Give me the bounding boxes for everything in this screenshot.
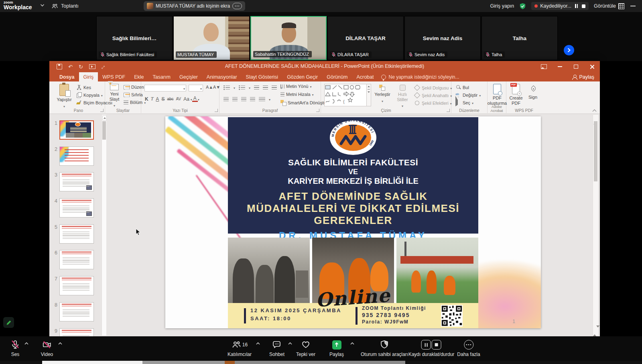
share-chevron-icon[interactable] — [350, 342, 355, 345]
font-color-button[interactable]: A — [192, 96, 198, 102]
dialog-launcher-icon[interactable] — [215, 109, 218, 112]
participant-tile[interactable]: Sevim naz Adis Sevim naz Adis — [404, 16, 481, 60]
decrease-indent-icon[interactable] — [254, 85, 259, 90]
select-button[interactable]: Seç — [455, 100, 473, 105]
slide-thumbnail-8[interactable] — [59, 302, 94, 321]
shapes-gallery[interactable]: { — [324, 84, 367, 106]
participant-tile-active-speaker[interactable]: Sabahattin TEKİNGÜNDÜZ — [250, 16, 327, 60]
participant-tile[interactable]: DİLARA TAŞAR DİLARA TAŞAR — [327, 16, 404, 60]
next-participants-button[interactable] — [564, 45, 574, 55]
slide-thumbnail-6[interactable] — [59, 250, 94, 269]
stop-recording-button[interactable] — [582, 4, 585, 8]
slide-thumbnail-1[interactable] — [59, 120, 94, 140]
pause-recording-button[interactable] — [575, 4, 578, 8]
align-left-icon[interactable] — [223, 97, 229, 102]
tab-gozden-gecir[interactable]: Gözden Geçir — [282, 72, 322, 81]
annotation-tool-button[interactable] — [3, 317, 14, 328]
minimize-window-button[interactable] — [630, 6, 636, 6]
slide-thumbnail-5[interactable] — [59, 224, 94, 244]
shape-effects-button[interactable]: Şekil Efektleri — [414, 100, 452, 106]
sign-button[interactable]: Sign — [526, 84, 540, 100]
text-direction-button[interactable]: Metin Yönü — [280, 84, 311, 89]
pause-recording-icon[interactable] — [421, 340, 431, 350]
video-options-chevron-icon[interactable] — [58, 342, 63, 345]
shape-fill-button[interactable]: Şekil Dolgusu — [414, 85, 452, 91]
tell-me-search[interactable]: Ne yapmak istediğinizi söyleyin... — [381, 72, 459, 81]
tab-animasyonlar[interactable]: Animasyonlar — [202, 72, 242, 81]
find-button[interactable]: Bul — [455, 85, 469, 90]
share-screen-button[interactable]: Paylaş — [329, 340, 344, 357]
italic-button[interactable]: T — [150, 96, 155, 102]
tab-tasarim[interactable]: Tasarım — [148, 72, 175, 81]
justify-icon[interactable] — [250, 97, 255, 102]
shape-outline-button[interactable]: Şekil Anahattı — [414, 92, 452, 98]
shadow-button[interactable]: S — [160, 96, 166, 102]
dialog-launcher-icon[interactable] — [447, 109, 450, 112]
dialog-launcher-icon[interactable] — [100, 109, 104, 112]
chevron-down-icon[interactable] — [40, 4, 45, 7]
font-size-select[interactable] — [189, 85, 203, 92]
video-button[interactable]: Video — [41, 340, 53, 357]
next-slide-icon[interactable] — [596, 325, 599, 334]
line-spacing-icon[interactable] — [272, 85, 277, 90]
display-settings-button[interactable] — [536, 61, 552, 72]
bold-button[interactable]: K — [144, 96, 150, 102]
tab-gorunum[interactable]: Görünüm — [322, 72, 352, 81]
shapes-scrollbar[interactable] — [366, 84, 371, 106]
tab-gecisler[interactable]: Geçişler — [175, 72, 202, 81]
align-center-icon[interactable] — [232, 97, 238, 102]
dialog-launcher-icon[interactable] — [316, 109, 319, 112]
quick-styles-button[interactable]: Hızlı Stiller — [393, 85, 412, 108]
scroll-up-icon[interactable] — [102, 116, 107, 120]
thumbnails-scrollbar[interactable] — [102, 115, 106, 336]
replace-button[interactable]: Değiştir — [455, 92, 481, 98]
scroll-up-icon[interactable] — [593, 116, 598, 120]
record-controls[interactable]: Kaydı duraklat/durdur — [408, 340, 455, 357]
arrange-button[interactable]: Yerleştir — [372, 85, 392, 103]
participants-chevron-icon[interactable] — [256, 342, 260, 345]
tab-acrobat[interactable]: Acrobat — [352, 72, 378, 81]
copy-button[interactable]: Kopyala — [76, 92, 103, 98]
change-case-button[interactable]: Aa — [182, 96, 191, 102]
paste-button[interactable]: Yapıştır — [55, 84, 74, 108]
powerpoint-titlebar[interactable]: AFET DÖNEMLERİNDE SAĞLIK MÜDAHALELERİ - … — [49, 61, 600, 72]
scroll-down-icon[interactable] — [599, 325, 600, 334]
bullet-list-icon[interactable] — [223, 85, 230, 90]
tab-ekle[interactable]: Ekle — [130, 72, 148, 81]
new-slide-button[interactable]: Yeni Slayt — [106, 84, 123, 108]
ppt-share-button[interactable]: Paylaş — [573, 72, 594, 81]
signin-button[interactable]: Giriş yapın — [490, 3, 514, 9]
previous-slide-icon[interactable] — [593, 327, 596, 336]
slide-thumbnail-3[interactable] — [59, 172, 94, 191]
chat-button[interactable]: Sohbet — [269, 340, 284, 357]
font-name-select[interactable] — [144, 85, 186, 92]
columns-icon[interactable] — [259, 97, 265, 102]
reset-button[interactable]: Sıfırla — [124, 92, 143, 97]
restore-button[interactable] — [568, 61, 584, 72]
minimize-button[interactable] — [552, 61, 568, 72]
participant-tile[interactable]: Talha Talha — [482, 16, 558, 60]
tab-shared-screen[interactable]: MUSTAFA TÜMAY adlı kişinin ekra — [144, 1, 245, 11]
underline-button[interactable]: A — [154, 96, 160, 102]
slide-thumbnail-7[interactable] — [59, 276, 94, 295]
security-shield-icon[interactable] — [519, 3, 526, 10]
tab-meeting[interactable]: Toplantı — [51, 0, 79, 12]
cut-button[interactable]: Kes — [76, 85, 91, 90]
slide-canvas[interactable]: MERSİN ÜNİVERSİTESİ 1992 SAĞLIK BİLİMLER… — [165, 116, 541, 328]
chat-chevron-icon[interactable] — [288, 342, 293, 345]
numbered-list-icon[interactable] — [239, 85, 245, 90]
close-button[interactable] — [584, 61, 600, 72]
strikethrough-button[interactable]: abc — [166, 97, 175, 101]
tab-dosya[interactable]: Dosya — [55, 72, 79, 81]
create-pdf-acrobat-button[interactable]: PDF oluşturma — [489, 84, 505, 106]
host-tools-button[interactable]: Oturum sahibi araçları — [361, 340, 408, 357]
participants-button[interactable]: 16 Katılımcılar — [228, 340, 252, 357]
create-pdf-wps-button[interactable]: Create PDF — [507, 84, 525, 106]
align-text-button[interactable]: Metni Hizala — [280, 92, 314, 97]
tab-slayt-gosterisi[interactable]: Slayt Gösterisi — [242, 72, 283, 81]
slide-thumbnail-2[interactable] — [59, 146, 94, 166]
align-right-icon[interactable] — [241, 97, 246, 102]
reactions-button[interactable]: Tepki ver — [296, 340, 315, 357]
more-options-icon[interactable] — [232, 3, 242, 9]
slide-thumbnail-9[interactable] — [59, 328, 94, 336]
